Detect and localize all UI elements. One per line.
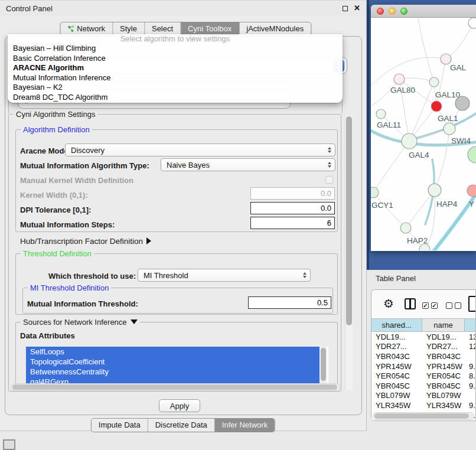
scrollbar-thumb[interactable]: [12, 384, 337, 390]
close-window-icon[interactable]: [377, 8, 384, 15]
tab-network[interactable]: Network: [60, 22, 113, 35]
node-label-swi4: SWI4: [451, 136, 471, 145]
settings-vertical-scrollbar[interactable]: [345, 115, 353, 390]
table-row[interactable]: YBR045CYBR045C9.: [371, 381, 476, 391]
network-node-y[interactable]: [467, 185, 476, 197]
table-row[interactable]: YBR043CYBR043C: [371, 351, 476, 361]
dropdown-item-bayesian-hill-climbing[interactable]: Bayesian – Hill Climbing: [8, 44, 343, 54]
unchecked-checkbox-icon[interactable]: [455, 302, 461, 309]
table-row[interactable]: YLR345WYLR345W9.: [371, 400, 476, 410]
document-icon[interactable]: [468, 296, 476, 312]
network-edge-thick[interactable]: [415, 107, 476, 139]
attribute-item-topologicalcoefficient[interactable]: TopologicalCoefficient: [26, 357, 319, 367]
control-panel-title: Control Panel: [6, 4, 53, 13]
tab-impute-data[interactable]: Impute Data: [92, 419, 148, 432]
network-node[interactable]: [468, 146, 476, 163]
dropdown-item-bayesian-k2[interactable]: Bayesian – K2: [8, 83, 343, 93]
mi-algorithm-type-value: Naive Bayes: [167, 161, 210, 169]
mi-algorithm-type-combo[interactable]: Naive Bayes: [161, 158, 335, 171]
table-row[interactable]: YER054CYER054C8.: [371, 371, 476, 381]
network-node-hap4[interactable]: [428, 184, 441, 197]
dropdown-item-dream8-dc-tdc-algorithm[interactable]: Dream8 DC_TDC Algorithm: [8, 93, 343, 103]
tab-style[interactable]: Style: [113, 22, 145, 35]
kernel-width-label: Kernel Width (0,1):: [20, 191, 88, 200]
close-panel-icon[interactable]: ✕: [354, 5, 360, 11]
network-canvas[interactable]: GALGAL80GAL10GAL1SWI4GAL11GAL4GCY1HAP4YH…: [371, 18, 476, 250]
which-threshold-combo[interactable]: MI Threshold: [138, 269, 311, 282]
tab-infer-network[interactable]: Infer Network: [215, 419, 275, 432]
table-cell: YER054C: [371, 371, 422, 381]
node-label-hap4: HAP4: [436, 200, 458, 208]
table-cell: YDL19...: [371, 332, 422, 342]
scrollbar-thumb[interactable]: [374, 413, 469, 419]
mi-threshold-field[interactable]: 0.5: [248, 296, 331, 309]
network-node-gcy1[interactable]: [371, 187, 379, 198]
network-node-gal11[interactable]: [376, 109, 386, 119]
dropdown-item-basic-correlation-inference[interactable]: Basic Correlation Inference: [8, 54, 343, 64]
network-edge[interactable]: [373, 193, 406, 228]
network-edge[interactable]: [446, 23, 474, 59]
tab-discretize-data[interactable]: Discretize Data: [148, 419, 215, 432]
table-row[interactable]: YDL19...YDL19...13: [371, 332, 476, 342]
scrollbar-thumb[interactable]: [321, 348, 326, 381]
cyni-algorithm-settings-title: Cyni Algorithm Settings: [14, 110, 97, 119]
mi-steps-value: 6: [327, 219, 331, 227]
column-header-name[interactable]: name: [422, 319, 465, 331]
network-node-swi4[interactable]: [444, 123, 455, 135]
aracne-mode-combo[interactable]: Discovery: [65, 144, 335, 156]
tab-jactivemnodules[interactable]: jActiveMNodules: [239, 22, 311, 35]
node-label-gal: GAL: [450, 63, 467, 72]
table-row[interactable]: YDR27...YDR27...12: [371, 342, 476, 352]
network-node-gal80[interactable]: [394, 74, 405, 84]
network-edge[interactable]: [373, 141, 409, 193]
tab-label: Style: [120, 24, 137, 33]
columns-icon[interactable]: [405, 298, 416, 309]
checked-checkbox-icon[interactable]: ✓: [422, 302, 429, 309]
table-cell: YBL079W: [422, 391, 465, 401]
hub-section-toggle[interactable]: Hub/Transcription Factor Definition: [20, 237, 151, 246]
table-body: YDL19...YDL19...13YDR27...YDR27...12YBR0…: [371, 332, 476, 420]
combo-arrows-icon: [328, 162, 331, 168]
gear-icon[interactable]: ⚙: [383, 298, 394, 309]
scrollbar-thumb[interactable]: [346, 116, 352, 325]
network-node[interactable]: [455, 96, 470, 110]
dpi-tolerance-field[interactable]: 0.0: [250, 202, 335, 214]
minimize-window-icon[interactable]: [389, 8, 396, 15]
network-node-gal4[interactable]: [402, 133, 417, 149]
which-threshold-label: Which threshold to use:: [48, 272, 136, 281]
dropdown-item-aracne-algorithm[interactable]: ARACNE Algorithm: [8, 63, 343, 73]
checked-checkbox-icon[interactable]: ✓: [431, 302, 438, 309]
tab-cyni-toolbox[interactable]: Cyni Toolbox: [181, 22, 239, 35]
settings-horizontal-scrollbar[interactable]: [11, 383, 340, 391]
zoom-window-icon[interactable]: [400, 8, 407, 15]
table-cell: 9.: [465, 361, 476, 371]
tab-select[interactable]: Select: [145, 22, 181, 35]
manual-kernel-width-checkbox[interactable]: [325, 176, 333, 184]
column-header-shared[interactable]: shared...: [371, 319, 422, 331]
network-edge[interactable]: [418, 18, 434, 82]
node-label-gal11: GAL11: [377, 120, 401, 129]
float-panel-icon[interactable]: [343, 6, 348, 11]
network-node-gal1[interactable]: [431, 101, 442, 112]
apply-button[interactable]: Apply: [159, 399, 200, 412]
dpi-tolerance-label: DPI Tolerance [0,1]:: [20, 206, 91, 214]
unchecked-checkbox-icon[interactable]: [446, 302, 452, 309]
network-node-gal10[interactable]: [429, 77, 439, 87]
table-row[interactable]: YPR145WYPR145W9.: [371, 361, 476, 371]
table-horizontal-scrollbar[interactable]: [373, 412, 474, 420]
mi-steps-field[interactable]: 6: [250, 217, 335, 229]
collapsed-arrow-icon: [146, 237, 151, 244]
sources-group-title[interactable]: Sources for Network Inference: [21, 318, 140, 327]
column-header-a[interactable]: A: [465, 319, 476, 331]
bottom-tabbar: Impute DataDiscretize DataInfer Network: [91, 418, 275, 432]
table-row[interactable]: YBL079WYBL079W: [371, 391, 476, 401]
network-edge[interactable]: [435, 129, 449, 190]
attribute-item-betweennesscentrality[interactable]: BetweennessCentrality: [26, 367, 319, 377]
kernel-width-field[interactable]: 0.0: [250, 187, 335, 200]
network-node[interactable]: [468, 18, 476, 28]
minimized-panel-icon[interactable]: [3, 439, 15, 450]
table-cell: 9.: [465, 381, 476, 391]
attribute-item-selfloops[interactable]: SelfLoops: [26, 347, 319, 357]
dropdown-item-mutual-information-inference[interactable]: Mutual Information Inference: [8, 73, 343, 83]
network-node-hap2[interactable]: [400, 223, 411, 233]
